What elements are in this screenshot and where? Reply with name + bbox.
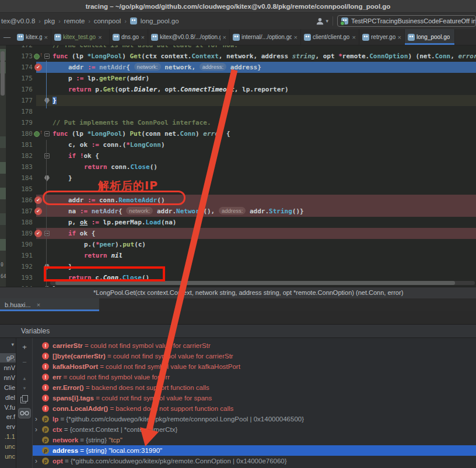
code-token: , network, address (219, 52, 292, 60)
user-menu[interactable]: ▾ (316, 17, 328, 26)
variable-name: conn.LocalAddr() (52, 405, 108, 412)
variable-row-err[interactable]: !err = could not find symbol value for e… (33, 372, 476, 382)
code-token: String (269, 207, 292, 215)
breadcrumb-item-long-pool-go[interactable]: long_pool.go (141, 17, 179, 24)
breakpoint-icon[interactable] (34, 64, 42, 71)
line-number: 186 (6, 195, 33, 206)
close-icon[interactable]: × (351, 34, 355, 41)
expand-icon[interactable]: › (35, 424, 42, 435)
frames-panel-sliver[interactable]: ▾ gP.nnVnnVCliedlelV.fuer.ferv.1.1uncunc (0, 338, 16, 468)
add-watch-button[interactable]: + (16, 343, 33, 352)
close-icon[interactable]: × (141, 34, 145, 41)
breadcrumb-item-tex-v0-0-8[interactable]: tex@v0.0.8 (1, 17, 35, 24)
frame-item[interactable]: er.f (0, 412, 16, 421)
close-icon[interactable]: × (97, 34, 102, 41)
variable-row-address[interactable]: paddress = {string} "local.com:31990" (33, 445, 476, 456)
fold-collapse-icon[interactable] (44, 131, 50, 136)
frame-item[interactable]: .1.1 (0, 432, 16, 441)
fold-guide (46, 61, 47, 108)
frame-item[interactable]: dlel (0, 393, 16, 402)
expand-icon[interactable]: › (35, 414, 42, 424)
remove-watch-button[interactable]: − (16, 358, 33, 367)
breadcrumb-item-remote[interactable]: remote (64, 17, 85, 24)
frame-item[interactable]: gP. (0, 353, 16, 363)
variable-row-spans-i-tags[interactable]: !spans[i].tags = could not find symbol v… (33, 393, 476, 403)
tab-long-pool-go[interactable]: long_pool.go (405, 29, 455, 45)
frame-item[interactable]: Clie (0, 383, 16, 392)
code-token: , opt. (157, 86, 180, 93)
variable-row-err-Error-[interactable]: !err.Error() = backend does not support … (33, 382, 476, 393)
code-editor[interactable]: 172// The context is not used but leave … (0, 45, 476, 287)
go-file-icon (130, 17, 137, 24)
scrollbar-thumb[interactable] (1, 51, 5, 96)
frame-item[interactable]: erv (0, 422, 16, 431)
tab-retryer-go[interactable]: retryer.go× (359, 29, 405, 45)
variables-tree[interactable]: !carrierStr = could not find symbol valu… (33, 338, 476, 468)
tab-dns-go[interactable]: dns.go× (110, 29, 148, 45)
variable-row-kafkaHostPort[interactable]: !kafkaHostPort = could not find symbol v… (33, 361, 476, 372)
variable-row--byte-carrierStr-[interactable]: ![]byte(carrierStr) = could not find sym… (33, 351, 476, 361)
fold-collapse-icon[interactable] (44, 231, 50, 236)
frame-item[interactable]: nnV (0, 373, 16, 382)
close-icon[interactable]: × (222, 34, 226, 41)
method-icon[interactable] (34, 53, 43, 60)
tab-kitex-test-go[interactable]: kitex_test.go× (51, 29, 110, 45)
frame-item[interactable]: nnV (0, 363, 16, 372)
annotation-box-rounded (43, 191, 186, 205)
code-token: ) (161, 141, 165, 149)
gutter-slot (34, 95, 43, 106)
fold-collapse-icon[interactable] (44, 54, 50, 59)
variable-text: err.Error() = backend does not support f… (52, 382, 475, 393)
debug-session-tab[interactable]: b.huaxi... × (0, 298, 99, 311)
breakpoint-icon[interactable] (34, 207, 42, 215)
move-down-button[interactable]: ▼ (16, 384, 33, 393)
horizontal-scrollbar-thumb[interactable] (55, 281, 455, 285)
breadcrumb-item-pkg[interactable]: pkg (44, 17, 55, 24)
close-icon[interactable]: × (44, 34, 48, 41)
code-token: (lp (68, 52, 88, 60)
tab-internal-option-go[interactable]: internal/.../option.go× (230, 29, 301, 45)
variable-row-carrierStr[interactable]: !carrierStr = could not find symbol valu… (33, 340, 476, 351)
gutter-slot (34, 195, 43, 206)
expand-icon[interactable]: › (35, 456, 42, 466)
close-icon[interactable]: × (397, 34, 401, 41)
tab-kitex-v0-0-8-option-go[interactable]: kitex@v0.0.8/.../option.go× (148, 29, 230, 45)
error-icon: ! (42, 395, 49, 402)
code-token: , lp.reporter) (235, 86, 289, 93)
code-token: := (76, 75, 83, 82)
breakpoint-icon[interactable] (34, 230, 42, 237)
tab-overflow-icon[interactable]: — (0, 29, 14, 45)
gutter-slot (34, 184, 43, 195)
tab-client-client-go[interactable]: client/client.go× (301, 29, 359, 45)
copy-icon[interactable] (20, 395, 29, 403)
gutter-slot (34, 139, 43, 150)
breakpoint-icon[interactable] (34, 196, 42, 204)
close-icon[interactable]: × (293, 34, 298, 41)
variable-row-network[interactable]: pnetwork = {string} "tcp" (33, 435, 476, 445)
show-watches-toggle[interactable] (18, 408, 31, 418)
frame-item[interactable]: V.fu (0, 403, 16, 412)
code-text: func (lp *LongPool) Get(ctx context.Cont… (52, 51, 476, 62)
variable-row-lp[interactable]: ›plp = {*github.com/cloudwego/kitex/pkg/… (33, 414, 476, 424)
fold-slot (43, 62, 51, 73)
fold-collapse-icon[interactable] (44, 153, 50, 159)
move-up-button[interactable]: ▲ (16, 374, 33, 383)
run-configuration-selector[interactable]: TestRPCTracingBusinessCodeFeatureOff in … (337, 15, 476, 27)
frame-item[interactable]: unc (0, 452, 16, 461)
fold-end-icon[interactable] (44, 175, 50, 181)
variable-row-conn-LocalAddr-[interactable]: !conn.LocalAddr() = backend does not sup… (33, 403, 476, 414)
tab-kitex-go[interactable]: kitex.go× (14, 29, 51, 45)
variable-row-ctx[interactable]: ›pctx = {context.Context | *context.time… (33, 424, 476, 435)
code-token: , (450, 52, 458, 60)
frame-item[interactable]: unc (0, 442, 16, 451)
close-icon[interactable]: × (37, 301, 40, 308)
gutter-slot (34, 62, 43, 73)
method-icon[interactable] (34, 131, 43, 138)
fold-end-icon[interactable] (44, 98, 50, 104)
code-token: ) (195, 130, 203, 138)
chevron-down-icon[interactable]: ▾ (11, 342, 14, 347)
fold-slot (43, 51, 51, 62)
breadcrumb-separator: › (124, 18, 126, 24)
breadcrumb-item-connpool[interactable]: connpool (94, 17, 121, 24)
variable-row-opt[interactable]: ›popt = {*github.com/cloudwego/kitex/pkg… (33, 456, 476, 466)
